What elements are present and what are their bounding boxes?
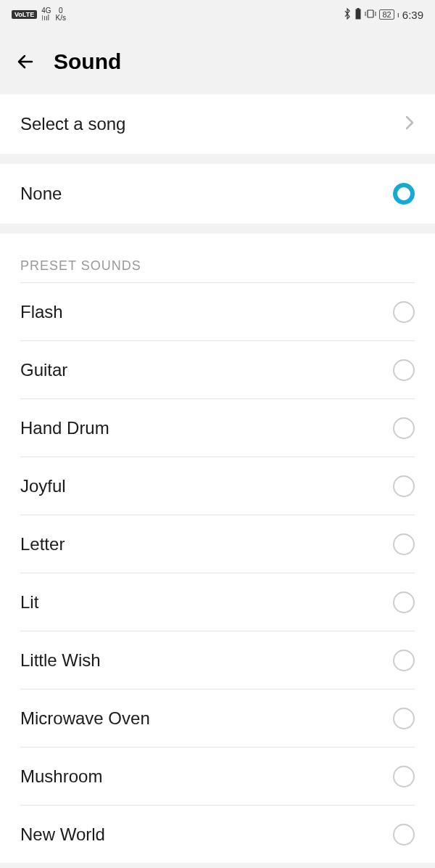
radio-icon [393, 591, 415, 613]
status-bar: VoLTE 4G ⁞ııl 0 K/s 82 ı 6:39 [0, 0, 435, 29]
radio-icon [393, 475, 415, 497]
signal-indicator: 4G ⁞ııl [41, 7, 51, 22]
preset-item-label: Guitar [20, 360, 67, 380]
preset-item-label: Flash [20, 302, 63, 322]
preset-item[interactable]: Microwave Oven [20, 689, 415, 747]
radio-icon [393, 650, 415, 671]
radio-icon [393, 533, 415, 555]
select-song-label: Select a song [20, 114, 125, 134]
preset-list: FlashGuitarHand DrumJoyfulLetterLitLittl… [0, 282, 435, 863]
none-option-label: None [20, 184, 62, 204]
preset-item[interactable]: Joyful [20, 456, 415, 515]
battery-percentage: 82 [379, 9, 394, 20]
radio-selected-icon [393, 183, 415, 205]
preset-item[interactable]: Lit [20, 573, 415, 631]
preset-item-label: Joyful [20, 476, 66, 496]
status-right: 82 ı 6:39 [343, 8, 423, 22]
preset-sounds-section: PRESET SOUNDS FlashGuitarHand DrumJoyful… [0, 234, 435, 863]
signal-bars-icon: ⁞ııl [41, 15, 49, 22]
status-left: VoLTE 4G ⁞ııl 0 K/s [12, 7, 66, 22]
radio-icon [393, 824, 415, 846]
chevron-right-icon [405, 115, 415, 134]
vibrate-icon [365, 9, 376, 21]
preset-sounds-header: PRESET SOUNDS [0, 248, 435, 282]
preset-item-label: Microwave Oven [20, 708, 150, 729]
section-gap [0, 224, 435, 234]
preset-item[interactable]: Guitar [20, 340, 415, 398]
network-speed: 0 K/s [56, 7, 66, 22]
radio-icon [393, 359, 415, 381]
back-button[interactable] [14, 51, 36, 73]
volte-badge: VoLTE [12, 10, 37, 19]
svg-rect-2 [368, 10, 373, 17]
battery-icon [355, 8, 362, 22]
section-gap [0, 154, 435, 164]
preset-item-label: Little Wish [20, 650, 101, 671]
svg-rect-0 [356, 9, 360, 19]
page-title: Sound [54, 49, 121, 74]
header: Sound [0, 29, 435, 94]
none-option-row[interactable]: None [0, 164, 435, 224]
select-song-row[interactable]: Select a song [0, 94, 435, 154]
preset-item[interactable]: Hand Drum [20, 398, 415, 456]
preset-item[interactable]: Letter [20, 515, 415, 573]
battery-tip-icon: ı [397, 10, 399, 19]
preset-item[interactable]: Little Wish [20, 631, 415, 689]
preset-item-label: Hand Drum [20, 418, 109, 438]
preset-item-label: Letter [20, 534, 65, 554]
bluetooth-icon [343, 8, 352, 22]
radio-icon [393, 301, 415, 323]
preset-item-label: New World [20, 824, 105, 845]
preset-item[interactable]: Mushroom [20, 747, 415, 805]
preset-item-label: Lit [20, 592, 38, 613]
preset-item-label: Mushroom [20, 766, 102, 787]
speed-unit: K/s [56, 15, 66, 22]
radio-icon [393, 417, 415, 439]
clock-time: 6:39 [402, 9, 423, 21]
svg-rect-1 [357, 8, 360, 9]
preset-item[interactable]: Flash [20, 282, 415, 340]
preset-item[interactable]: New World [20, 805, 415, 863]
radio-icon [393, 766, 415, 787]
radio-icon [393, 708, 415, 729]
